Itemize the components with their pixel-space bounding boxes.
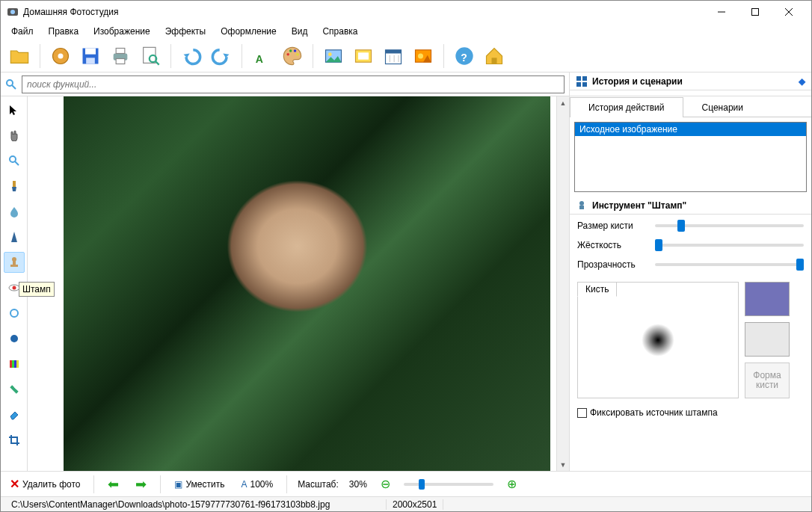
- hardness-slider[interactable]: [655, 244, 804, 247]
- calendar-icon[interactable]: [379, 42, 407, 70]
- brush-size-slider[interactable]: [655, 224, 804, 227]
- collapse-icon[interactable]: ◆: [799, 76, 805, 87]
- tab-history[interactable]: История действий: [570, 97, 683, 117]
- svg-rect-46: [13, 261, 16, 265]
- fit-icon: ▣: [174, 479, 182, 490]
- menu-оформление[interactable]: Оформление: [215, 25, 282, 38]
- tab-scenarios[interactable]: Сценарии: [683, 97, 762, 117]
- gradient-icon[interactable]: [4, 354, 25, 374]
- save-icon[interactable]: [76, 42, 105, 70]
- opacity-label: Прозрачность: [577, 259, 649, 270]
- page-preview-icon[interactable]: [136, 42, 164, 70]
- crop-icon[interactable]: [4, 430, 25, 451]
- svg-line-43: [15, 161, 19, 165]
- scroll-up-icon[interactable]: ▲: [557, 96, 569, 109]
- svg-point-23: [328, 52, 332, 56]
- titlebar: Домашняя Фотостудия: [1, 1, 811, 23]
- svg-point-58: [579, 201, 584, 206]
- scale-value: 30%: [349, 479, 367, 490]
- status-filepath: C:\Users\ContentManager\Downloads\photo-…: [5, 499, 387, 510]
- svg-point-49: [12, 286, 16, 290]
- tooltip: Штамп: [19, 282, 55, 297]
- hardness-label: Жёсткость: [577, 240, 649, 250]
- help-icon[interactable]: ?: [450, 42, 479, 70]
- delete-photo-button[interactable]: ✕ Удалить фото: [7, 475, 83, 493]
- history-panel-title: История и сценарии: [592, 76, 683, 87]
- canvas[interactable]: [28, 96, 556, 471]
- svg-rect-13: [116, 58, 125, 64]
- minimize-button[interactable]: [704, 1, 738, 22]
- hundred-icon: A: [241, 479, 247, 490]
- scale-label: Масштаб:: [298, 479, 339, 490]
- print-icon[interactable]: [106, 42, 135, 70]
- svg-point-42: [10, 156, 16, 162]
- search-input[interactable]: [22, 75, 565, 93]
- menu-эффекты[interactable]: Эффекты: [159, 25, 212, 38]
- brush-tab-label[interactable]: Кисть: [577, 282, 617, 297]
- color-swatch-primary[interactable]: [745, 282, 790, 316]
- svg-rect-44: [13, 181, 16, 187]
- dodge-icon[interactable]: [4, 303, 25, 324]
- sharpen-icon[interactable]: [4, 226, 25, 247]
- next-button[interactable]: ➡: [132, 475, 150, 494]
- eraser-icon[interactable]: [4, 404, 25, 425]
- svg-rect-47: [10, 265, 18, 267]
- redo-icon[interactable]: [207, 42, 236, 70]
- svg-rect-56: [10, 385, 18, 393]
- right-panel: История действий Сценарии Исходное изобр…: [569, 96, 811, 471]
- menu-правка[interactable]: Правка: [43, 25, 85, 38]
- home-icon[interactable]: [480, 42, 508, 70]
- history-item[interactable]: Исходное изображение: [575, 123, 806, 136]
- fit-button[interactable]: ▣ Уместить: [171, 478, 227, 491]
- healing-icon[interactable]: [4, 379, 25, 400]
- zoom-icon[interactable]: [4, 150, 25, 171]
- svg-point-51: [10, 335, 18, 342]
- tool-panel-title: Инструмент "Штамп": [592, 200, 686, 211]
- photo-image: [64, 96, 550, 471]
- brush-shape-button[interactable]: Форма кисти: [745, 363, 790, 398]
- history-list[interactable]: Исходное изображение: [574, 122, 807, 192]
- svg-line-37: [12, 85, 16, 89]
- bottom-bar: ✕ Удалить фото ⬅ ➡ ▣ Уместить A 100% Мас…: [1, 471, 811, 496]
- open-folder-icon[interactable]: [5, 42, 34, 70]
- tool-panel-header: Инструмент "Штамп": [570, 197, 811, 215]
- effects-icon[interactable]: [409, 42, 437, 70]
- brush-icon[interactable]: [4, 176, 25, 197]
- maximize-button[interactable]: [738, 1, 772, 22]
- svg-rect-10: [86, 58, 95, 64]
- svg-rect-38: [576, 76, 581, 81]
- prev-button[interactable]: ⬅: [105, 475, 122, 494]
- status-dimensions: 2000x2501: [387, 499, 443, 510]
- frame-icon[interactable]: [349, 42, 378, 70]
- image-icon[interactable]: [319, 42, 348, 70]
- history-panel-header: История и сценарии ◆: [570, 73, 811, 90]
- blur-icon[interactable]: [4, 201, 25, 222]
- burn-icon[interactable]: [4, 328, 25, 349]
- pointer-icon[interactable]: [4, 99, 25, 120]
- menu-изображение[interactable]: Изображение: [87, 25, 156, 38]
- text-icon[interactable]: A: [248, 42, 277, 70]
- color-swatch-secondary[interactable]: [745, 322, 790, 357]
- svg-rect-53: [12, 360, 14, 368]
- zoom-in-button[interactable]: ⊕: [504, 475, 520, 493]
- brush-preview: Кисть: [577, 282, 739, 398]
- menu-файл[interactable]: Файл: [5, 25, 40, 38]
- zoom-out-button[interactable]: ⊖: [378, 475, 393, 493]
- palette-icon[interactable]: [278, 42, 307, 70]
- batch-icon[interactable]: [46, 42, 75, 70]
- undo-icon[interactable]: [177, 42, 206, 70]
- opacity-slider[interactable]: [655, 263, 804, 266]
- hand-icon[interactable]: [4, 125, 25, 146]
- zoom-slider[interactable]: [404, 483, 493, 486]
- menu-вид[interactable]: Вид: [286, 25, 314, 38]
- scroll-down-icon[interactable]: ▼: [557, 458, 569, 471]
- hundred-percent-button[interactable]: A 100%: [238, 478, 276, 491]
- svg-rect-25: [358, 52, 369, 59]
- svg-rect-40: [576, 82, 581, 87]
- close-button[interactable]: [772, 1, 805, 22]
- svg-rect-27: [386, 49, 402, 53]
- menu-справка[interactable]: Справка: [316, 25, 363, 38]
- vertical-scrollbar[interactable]: ▲ ▼: [556, 96, 569, 471]
- fix-source-checkbox[interactable]: [577, 408, 587, 418]
- stamp-icon[interactable]: [4, 252, 25, 273]
